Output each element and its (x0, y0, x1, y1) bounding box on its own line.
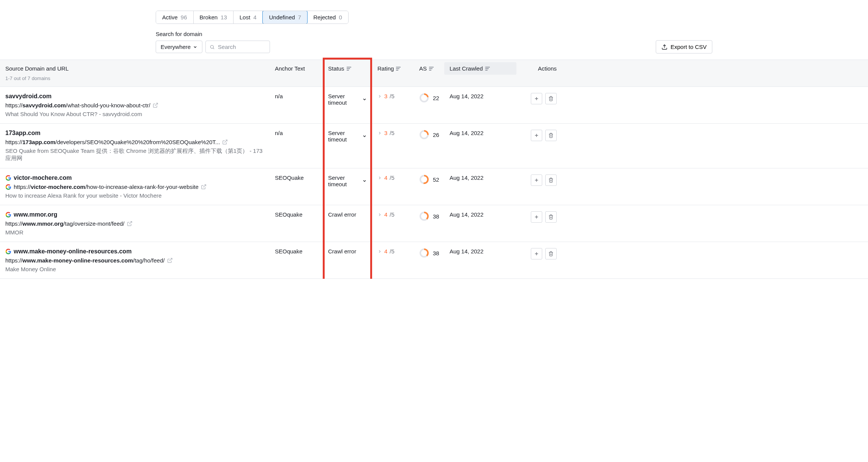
add-button[interactable] (531, 174, 542, 186)
domain-name[interactable]: www.make-money-online-resources.com (5, 248, 264, 255)
rating-value: 3 (384, 93, 387, 99)
source-cell: www.make-money-online-resources.comhttps… (0, 248, 270, 272)
rating-value: 4 (384, 174, 387, 181)
tab-count: 96 (181, 14, 187, 20)
search-icon (210, 44, 215, 50)
col-crawled-header[interactable]: Last Crawled (444, 62, 516, 75)
chevron-right-icon (377, 249, 382, 254)
page-title: How to increase Alexa Rank for your webs… (5, 192, 264, 199)
source-url[interactable]: https://www.make-money-online-resources.… (5, 257, 264, 264)
status-cell[interactable]: Server timeout (323, 93, 372, 106)
col-crawled-label: Last Crawled (450, 65, 483, 72)
svg-line-35 (169, 258, 172, 261)
col-source-label: Source Domain and URL (5, 65, 69, 72)
svg-rect-5 (347, 70, 349, 71)
table-row: www.make-money-online-resources.comhttps… (0, 242, 868, 279)
source-cell: victor-mochere.comhttps://victor-mochere… (0, 174, 270, 199)
svg-line-15 (155, 103, 158, 106)
sort-icon (485, 67, 490, 71)
tab-lost[interactable]: Lost4 (234, 11, 263, 24)
chevron-right-icon (377, 212, 382, 217)
status-cell[interactable]: Server timeout (323, 174, 372, 187)
table-wrapper: Source Domain and URL 1-7 out of 7 domai… (0, 60, 868, 279)
page-title: MMOR (5, 229, 264, 236)
tab-active[interactable]: Active96 (156, 11, 194, 24)
as-cell: 22 (414, 93, 444, 103)
svg-point-0 (210, 45, 213, 48)
rating-max: /5 (390, 130, 395, 136)
rating-cell[interactable]: 3/5 (372, 93, 414, 99)
chevron-right-icon (377, 176, 382, 180)
chevron-down-icon[interactable] (362, 97, 367, 102)
export-icon (661, 44, 668, 50)
table-row: www.mmor.orghttps://www.mmor.org/tag/ove… (0, 205, 868, 242)
as-value: 52 (433, 176, 439, 183)
search-input[interactable] (218, 44, 266, 50)
table-row: savvydroid.comhttps://savvydroid.com/wha… (0, 87, 868, 124)
rating-cell[interactable]: 4/5 (372, 174, 414, 181)
delete-button[interactable] (545, 130, 557, 141)
col-rating-header[interactable]: Rating (372, 65, 414, 72)
rating-cell[interactable]: 4/5 (372, 248, 414, 255)
svg-rect-10 (429, 68, 432, 69)
col-as-header[interactable]: AS (414, 65, 444, 72)
export-csv-button[interactable]: Export to CSV (656, 40, 712, 53)
anchor-cell: n/a (270, 93, 323, 99)
delete-button[interactable] (545, 93, 557, 104)
rating-cell[interactable]: 4/5 (372, 211, 414, 218)
source-url[interactable]: https://victor-mochere.com/how-to-increa… (5, 184, 264, 190)
external-link-icon (167, 258, 173, 263)
domain-name[interactable]: savvydroid.com (5, 93, 264, 100)
actions-cell (516, 248, 562, 259)
add-button[interactable] (531, 211, 542, 223)
tab-count: 7 (298, 14, 301, 20)
col-source-header: Source Domain and URL 1-7 out of 7 domai… (0, 65, 270, 81)
search-box[interactable] (205, 41, 270, 53)
status-cell: Crawl error (323, 211, 372, 218)
delete-button[interactable] (545, 174, 557, 186)
tab-broken[interactable]: Broken13 (194, 11, 234, 24)
chevron-down-icon[interactable] (362, 178, 367, 184)
favicon-google-icon (5, 248, 11, 255)
chevron-down-icon[interactable] (362, 134, 367, 139)
domain-name[interactable]: 173app.com (5, 130, 264, 137)
crawled-cell: Aug 14, 2022 (444, 248, 516, 255)
rating-max: /5 (390, 93, 395, 99)
svg-line-25 (203, 185, 206, 187)
domain-name[interactable]: victor-mochere.com (5, 174, 264, 181)
trash-icon (548, 214, 554, 220)
rating-cell[interactable]: 3/5 (372, 130, 414, 136)
sort-icon (429, 67, 434, 71)
svg-rect-12 (485, 67, 490, 68)
trash-icon (548, 133, 554, 138)
status-text: Server timeout (328, 93, 360, 106)
external-link-icon (201, 184, 207, 190)
add-button[interactable] (531, 248, 542, 259)
delete-button[interactable] (545, 248, 557, 259)
domain-name[interactable]: www.mmor.org (5, 211, 264, 218)
rating-max: /5 (390, 248, 395, 255)
tab-undefined[interactable]: Undefined7 (262, 11, 308, 24)
scope-select[interactable]: Everywhere (156, 41, 202, 53)
as-donut (419, 211, 429, 221)
as-donut (419, 93, 429, 103)
source-url[interactable]: https://savvydroid.com/what-should-you-k… (5, 102, 264, 108)
tab-label: Lost (240, 14, 250, 20)
add-button[interactable] (531, 93, 542, 104)
table-header: Source Domain and URL 1-7 out of 7 domai… (0, 60, 868, 87)
actions-cell (516, 211, 562, 223)
add-button[interactable] (531, 130, 542, 141)
tab-label: Broken (200, 14, 218, 20)
col-status-header[interactable]: Status (323, 65, 372, 72)
status-cell[interactable]: Server timeout (323, 130, 372, 143)
source-url[interactable]: https://173app.com/developers/SEO%20Quak… (5, 139, 264, 145)
source-cell: 173app.comhttps://173app.com/developers/… (0, 130, 270, 162)
delete-button[interactable] (545, 211, 557, 223)
table-body: savvydroid.comhttps://savvydroid.com/wha… (0, 87, 868, 279)
source-url[interactable]: https://www.mmor.org/tag/oversize-mont/f… (5, 220, 264, 227)
scope-select-label: Everywhere (161, 44, 191, 50)
tab-label: Rejected (313, 14, 336, 20)
status-text: Server timeout (328, 174, 360, 187)
svg-rect-3 (347, 67, 351, 68)
tab-rejected[interactable]: Rejected0 (307, 11, 348, 24)
